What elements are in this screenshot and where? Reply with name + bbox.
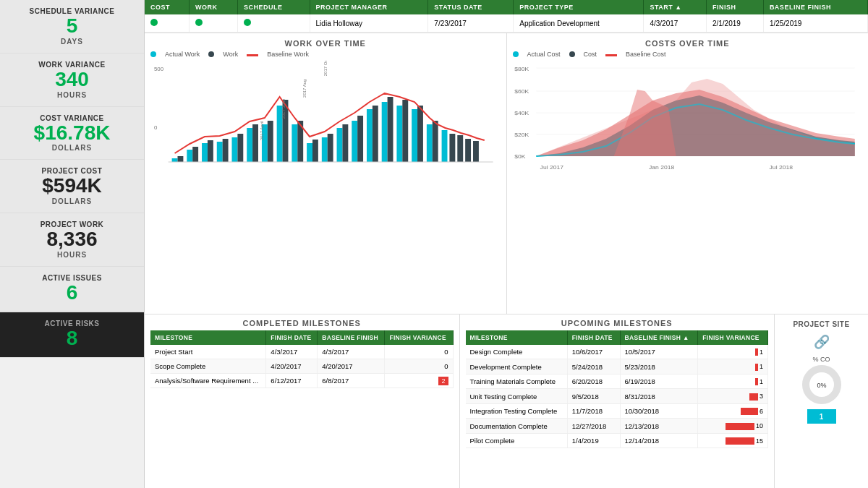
svg-rect-25 [177,156,183,162]
svg-rect-10 [292,124,297,162]
svg-text:500: 500 [154,66,164,72]
completed-milestones-title: COMPLETED MILESTONES [150,314,454,330]
cm-milestone-name: Scope Complete [150,359,266,374]
um-variance: 15 [698,433,768,448]
schedule-status-dot [244,19,251,26]
col-baseline-finish: BASELINE FINISH [763,0,867,14]
um-finish-date: 9/5/2018 [567,389,620,403]
svg-rect-16 [382,102,388,162]
project-site-link-icon[interactable]: 🔗 [814,334,830,350]
svg-rect-24 [473,141,479,162]
cost-legend-dot [569,51,575,57]
um-baseline-finish: 10/30/2018 [620,403,698,418]
svg-rect-15 [367,109,373,162]
um-milestone-name: Integration Testing Complete [466,403,568,418]
upcoming-milestone-row: Development Complete 5/24/2018 5/23/2018… [466,359,768,374]
um-baseline-finish: 10/5/2017 [620,345,698,359]
work-variance-value: 340 [9,69,135,91]
um-milestone-name: Training Materials Complete [466,374,568,388]
table-row: Lidia Holloway 7/23/2017 Application Dev… [145,14,868,33]
project-site-title: PROJECT SITE [793,320,849,328]
upcoming-milestones-title: UPCOMING MILESTONES [466,314,769,330]
upcoming-milestones-section: UPCOMING MILESTONES MILESTONE FINISH DAT… [460,314,775,488]
svg-rect-29 [237,134,243,162]
project-site-percent-label: % CO [812,356,830,363]
um-milestone-name: Unit Testing Complete [466,389,568,403]
um-finish-date: 11/7/2018 [567,403,620,418]
cm-milestone-name: Project Start [150,345,266,359]
svg-rect-7 [247,128,252,162]
project-work-value: 8,336 [9,228,135,251]
cm-baseline-finish: 4/3/2017 [318,345,385,359]
svg-text:0%: 0% [817,382,826,389]
um-variance: 10 [698,419,768,433]
um-milestone-name: Development Complete [466,359,568,374]
cm-col-baseline-finish: BASELINE FINISH [318,330,385,345]
svg-rect-42 [433,121,438,162]
svg-rect-11 [307,143,312,162]
project-cost-value: $594K [9,175,135,197]
svg-text:$60K: $60K [514,87,529,95]
svg-rect-13 [337,128,343,162]
actual-cost-legend-dot [513,51,519,57]
cm-col-finish-date: FINISH DATE [266,330,318,345]
cm-baseline-finish: 4/20/2017 [318,359,385,374]
svg-text:2017 Aug: 2017 Aug [302,80,307,98]
svg-text:2017 April: 2017 April [260,121,264,141]
cell-project-type: Application Development [514,14,644,33]
upcoming-milestone-row: Pilot Complete 1/4/2019 12/14/2018 15 [466,433,768,448]
svg-rect-39 [388,97,393,162]
actual-work-legend-dot [150,51,156,57]
schedule-variance-sub: DAYS [9,38,135,46]
svg-rect-4 [202,143,208,162]
um-col-variance: FINISH VARIANCE [698,330,768,345]
cm-variance: 0 [385,359,453,374]
completed-milestone-row: Scope Complete 4/20/2017 4/20/2017 0 [150,359,453,374]
um-finish-date: 1/4/2019 [567,433,620,448]
col-work: WORK [189,0,237,14]
work-variance-card: WORK VARIANCE 340 HOURS [0,53,144,107]
active-risks-card: ACTIVE RISKS 8 [0,312,144,358]
um-col-baseline-finish: BASELINE FINISH ▲ [620,330,698,345]
upcoming-milestones-table: MILESTONE FINISH DATE BASELINE FINISH ▲ … [466,330,769,448]
svg-rect-5 [217,142,223,162]
cost-chart-box: COSTS OVER TIME Actual Cost Cost Baselin… [507,33,869,314]
project-work-card: PROJECT WORK 8,336 HOURS [0,213,144,267]
cell-status-date: 7/23/2017 [428,14,514,33]
project-cost-card: PROJECT COST $594K DOLLARS [0,160,144,213]
um-baseline-finish: 6/19/2018 [620,374,698,388]
project-work-sub: HOURS [9,251,135,259]
actual-work-legend-label: Actual Work [165,51,200,58]
svg-rect-17 [396,106,402,162]
um-milestone-name: Design Complete [466,345,568,359]
svg-text:Jan 2018: Jan 2018 [649,163,675,171]
project-site-section: PROJECT SITE 🔗 % CO 0% 1 [774,314,868,488]
svg-rect-26 [192,147,198,162]
cost-variance-card: COST VARIANCE $16.78K DOLLARS [0,107,144,160]
work-legend-label: Work [223,51,238,58]
um-baseline-finish: 5/23/2018 [620,359,698,374]
um-baseline-finish: 12/14/2018 [620,433,698,448]
svg-rect-28 [223,139,229,162]
baseline-cost-legend-label: Baseline Cost [626,51,666,58]
project-site-donut: 0% [800,363,843,406]
svg-rect-41 [417,106,423,162]
um-finish-date: 12/27/2018 [567,419,620,433]
svg-text:2017 June: 2017 June [281,98,286,119]
cost-variance-label: COST VARIANCE [9,114,135,122]
svg-text:$80K: $80K [514,65,529,72]
svg-rect-22 [457,135,463,162]
project-cost-sub: DOLLARS [9,197,135,205]
um-variance: 6 [698,403,768,418]
schedule-variance-card: SCHEDULE VARIANCE 5 DAYS [0,0,144,53]
work-chart-title: WORK OVER TIME [150,39,501,48]
cm-finish-date: 4/20/2017 [266,359,318,374]
upcoming-milestone-row: Training Materials Complete 6/20/2018 6/… [466,374,768,388]
completed-milestones-section: COMPLETED MILESTONES MILESTONE FINISH DA… [145,314,459,488]
cm-baseline-finish: 6/8/2017 [318,374,385,388]
um-finish-date: 5/24/2018 [567,359,620,374]
cm-variance: 0 [385,345,453,359]
cost-variance-value: $16.78K [9,122,135,145]
svg-text:$0K: $0K [514,153,526,160]
completed-milestone-row: Project Start 4/3/2017 4/3/2017 0 [150,345,453,359]
